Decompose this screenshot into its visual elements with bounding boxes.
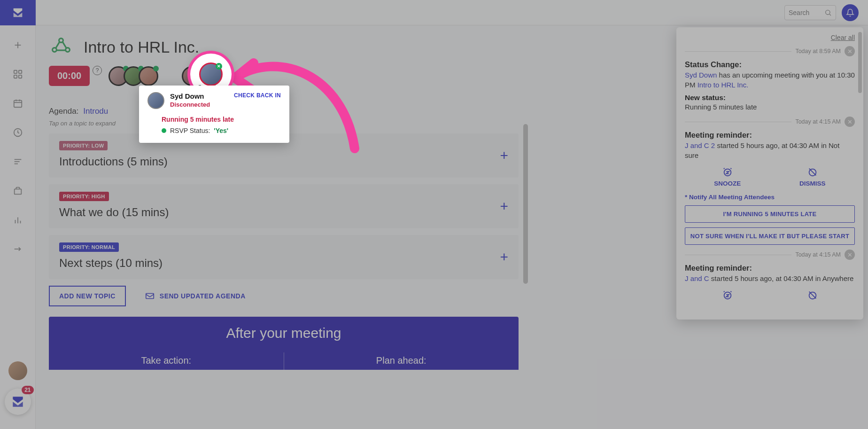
help-icon[interactable]: ?	[93, 66, 102, 75]
topic-title: Introductions (5 mins)	[59, 155, 508, 168]
search-box[interactable]	[784, 5, 836, 20]
snooze-icon	[722, 167, 733, 177]
dismiss-notif-button[interactable]: ✕	[845, 117, 855, 127]
attendee-avatar: ✕	[199, 62, 223, 86]
dismiss-button[interactable]: DISMISS	[799, 167, 826, 187]
notif-person-link[interactable]: Syd Down	[685, 71, 717, 79]
after-col-plan: Plan ahead:	[284, 352, 519, 370]
expand-button[interactable]: +	[500, 249, 508, 265]
after-meeting-banner: After your meeting Take action: Plan ahe…	[49, 317, 519, 370]
dismiss-notif-button[interactable]: ✕	[845, 250, 855, 260]
notif-meeting-link[interactable]: Intro to HRL Inc.	[698, 81, 749, 89]
send-agenda-label: SEND UPDATED AGENDA	[160, 292, 246, 300]
notif-person-link[interactable]: J and C 2	[685, 141, 715, 149]
notifications-button[interactable]	[842, 4, 859, 21]
user-avatar[interactable]	[8, 361, 27, 380]
priority-tag: PRIORITY: HIGH	[59, 192, 109, 201]
mail-icon	[145, 291, 155, 301]
share-icon	[49, 35, 73, 59]
notif-timestamp: Today at 8:59 AM	[795, 48, 841, 55]
notif-scroll-thumb[interactable]	[858, 32, 862, 93]
notif-body: Syd Down has an upcoming meeting with yo…	[685, 70, 855, 90]
expand-button[interactable]: +	[500, 148, 508, 164]
svg-rect-27	[146, 294, 154, 299]
svg-rect-6	[14, 75, 16, 78]
attendee-avatar[interactable]	[139, 66, 158, 86]
topic-card[interactable]: PRIORITY: HIGH What we do (15 mins) +	[49, 184, 519, 228]
dismiss-icon	[807, 290, 818, 300]
nav-add[interactable]	[8, 36, 27, 55]
notif-timestamp: Today at 4:15 AM	[795, 118, 841, 125]
svg-rect-7	[18, 75, 21, 78]
not-sure-button[interactable]: NOT SURE WHEN I'LL MAKE IT BUT PLEASE ST…	[685, 227, 855, 245]
timer-button[interactable]: 00:00	[49, 66, 90, 86]
snooze-button[interactable]: SNOOZE	[714, 167, 741, 187]
badge-count: 21	[22, 386, 33, 394]
dismiss-icon	[807, 167, 818, 177]
nav-dashboard[interactable]	[8, 65, 27, 84]
status-dot-icon: ✕	[216, 63, 222, 70]
svg-rect-5	[18, 70, 21, 73]
send-agenda-button[interactable]: SEND UPDATED AGENDA	[145, 291, 246, 301]
topic-title: What we do (15 mins)	[59, 206, 508, 219]
add-topic-button[interactable]: ADD NEW TOPIC	[49, 286, 126, 306]
notifications-panel: Clear all Today at 8:59 AM✕ Status Chang…	[676, 27, 863, 320]
agenda-label: Agenda:	[49, 107, 78, 116]
notif-body: J and C 2 started 5 hours ago, at 04:30 …	[685, 140, 855, 160]
after-title: After your meeting	[49, 325, 519, 341]
snooze-button[interactable]	[722, 290, 733, 300]
svg-rect-16	[14, 189, 21, 194]
svg-point-22	[53, 48, 57, 52]
scroll-thumb[interactable]	[523, 124, 528, 284]
dismiss-button[interactable]	[807, 290, 818, 300]
rsvp-dot-icon	[162, 128, 166, 133]
app-logo[interactable]	[0, 0, 36, 25]
rsvp-label: RSVP Status:	[170, 127, 210, 134]
search-input[interactable]	[789, 9, 822, 16]
svg-rect-8	[14, 101, 22, 108]
svg-point-21	[59, 39, 63, 43]
priority-tag: PRIORITY: NORMAL	[59, 242, 119, 252]
expand-button[interactable]: +	[500, 198, 508, 214]
notif-subhead: New status:	[685, 94, 855, 102]
sidebar: 21	[0, 0, 36, 429]
clear-all-link[interactable]: Clear all	[685, 34, 855, 41]
popover-late-status: Running 5 minutes late	[162, 116, 281, 123]
notif-title: Meeting reminder:	[685, 264, 855, 273]
priority-tag: PRIORITY: LOW	[59, 141, 108, 150]
nav-reports[interactable]	[8, 211, 27, 229]
bell-icon	[846, 8, 854, 17]
running-late-button[interactable]: I'M RUNNING 5 MINUTES LATE	[685, 205, 855, 223]
svg-rect-4	[14, 70, 16, 73]
nav-forward[interactable]	[8, 240, 27, 258]
agenda-link[interactable]: Introdu	[83, 107, 108, 116]
nav-notes[interactable]	[8, 152, 27, 171]
topic-title: Next steps (10 mins)	[59, 257, 508, 270]
logo-icon	[10, 394, 25, 409]
snooze-icon	[722, 290, 733, 300]
notif-title: Meeting reminder:	[685, 131, 855, 140]
scrollbar[interactable]	[523, 25, 528, 429]
popover-avatar	[147, 92, 164, 109]
svg-point-0	[826, 10, 830, 14]
attendee-strip: ✕	[108, 66, 202, 86]
attendee-popover: Syd Down Disconnected CHECK BACK IN Runn…	[139, 86, 289, 143]
rsvp-value: 'Yes'	[214, 127, 228, 134]
popover-name: Syd Down	[170, 92, 210, 100]
nav-archive[interactable]	[8, 181, 27, 200]
notif-title: Status Change:	[685, 60, 855, 69]
svg-line-1	[829, 14, 831, 16]
search-icon	[824, 9, 832, 16]
nav-history[interactable]	[8, 123, 27, 142]
svg-point-23	[66, 48, 70, 52]
app-badge[interactable]: 21	[5, 389, 31, 415]
check-back-in-button[interactable]: CHECK BACK IN	[234, 92, 281, 99]
notify-all-label: * Notify All Meeting Attendees	[685, 194, 855, 201]
notif-person-link[interactable]: J and C	[685, 274, 709, 282]
nav-calendar[interactable]	[8, 94, 27, 113]
page-title: Intro to HRL Inc.	[84, 38, 199, 56]
dismiss-notif-button[interactable]: ✕	[845, 46, 855, 56]
notif-subbody: Running 5 minutes late	[685, 102, 855, 112]
topic-card[interactable]: PRIORITY: NORMAL Next steps (10 mins) +	[49, 235, 519, 279]
notif-body: J and C started 5 hours ago, at 04:30 AM…	[685, 273, 855, 283]
